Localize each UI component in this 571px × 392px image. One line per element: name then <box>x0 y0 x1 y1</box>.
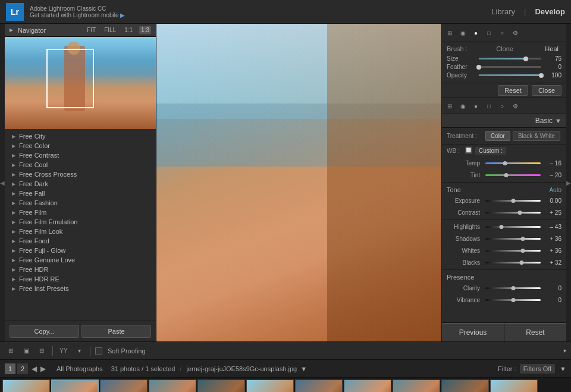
brush-heal-button[interactable]: Heal <box>542 45 561 53</box>
eyedropper-icon[interactable]: 🔲 <box>465 146 473 155</box>
treatment-color-button[interactable]: Color <box>485 131 510 141</box>
square-tool-icon[interactable]: □ <box>484 27 494 38</box>
preset-free-color[interactable]: ▶ Free Color <box>5 141 156 150</box>
nav-fit-button[interactable]: FIT <box>85 26 98 34</box>
preset-free-contrast[interactable]: ▶ Free Contrast <box>5 150 156 160</box>
survey-view-icon[interactable]: ⊟ <box>36 345 48 357</box>
page-2-button[interactable]: 2 <box>17 363 28 374</box>
brush-reset-button[interactable]: Reset <box>498 85 528 96</box>
month-view-icon[interactable]: ▾ <box>73 345 85 357</box>
preset-expand-icon: ▶ <box>12 277 15 282</box>
preset-free-fall[interactable]: ▶ Free Fall <box>5 189 156 198</box>
blacks-slider[interactable] <box>485 262 541 264</box>
filmstrip-next-nav[interactable]: ▶ <box>40 365 46 373</box>
filmstrip-thumb-11[interactable] <box>490 380 538 393</box>
whites-slider-row: Whites + 36 <box>442 246 566 256</box>
preset-free-film[interactable]: ▶ Free Film <box>5 208 156 217</box>
develop-nav[interactable]: Develop <box>535 7 565 16</box>
shadows-slider[interactable] <box>485 238 541 240</box>
temp-value: – 16 <box>542 160 561 167</box>
treatment-bw-button[interactable]: Black & White <box>513 131 560 141</box>
grid-tool-icon[interactable]: ⊞ <box>444 27 455 38</box>
contrast-slider[interactable] <box>485 212 541 214</box>
year-view-icon[interactable]: YY <box>58 345 70 357</box>
brush-size-slider[interactable] <box>479 58 541 59</box>
preset-free-city[interactable]: ▶ Free City <box>5 131 156 141</box>
clarity-slider[interactable] <box>485 287 541 289</box>
preset-free-hdr[interactable]: ▶ Free HDR <box>5 265 156 274</box>
basic-panel-arrow[interactable]: ▼ <box>555 117 561 124</box>
tone-row: Tone Auto <box>442 184 566 194</box>
nav-1-3-button[interactable]: 1:3 <box>139 26 151 34</box>
paste-button[interactable]: Paste <box>81 325 151 338</box>
filmstrip-thumb-1[interactable] <box>2 380 50 393</box>
preset-free-inst-presets[interactable]: ▶ Free Inst Presets <box>5 284 156 293</box>
film-path-arrow[interactable]: ▼ <box>300 365 307 372</box>
preset-list: ▶ Free City ▶ Free Color ▶ Free Contrast… <box>5 129 156 321</box>
filmstrip-thumb-8[interactable] <box>344 380 391 393</box>
nav-1-1-button[interactable]: 1:1 <box>123 26 134 34</box>
tint-slider[interactable] <box>485 174 541 176</box>
toolbar-options-dropdown[interactable]: ▾ <box>563 347 566 354</box>
preset-free-fuji-glow[interactable]: ▶ Free Fuji - Glow <box>5 246 156 255</box>
histogram-tool-icon[interactable]: ◉ <box>457 27 468 38</box>
preset-free-film-emulation[interactable]: ▶ Free Film Emulation <box>5 217 156 227</box>
filter-value-dropdown[interactable]: Filters Off <box>520 364 555 374</box>
circle-outline-icon[interactable]: ○ <box>497 27 507 38</box>
settings2-tool-icon[interactable]: ⚙ <box>510 101 520 111</box>
preset-free-cross-process[interactable]: ▶ Free Cross Process <box>5 170 156 179</box>
filmstrip-thumb-9[interactable] <box>393 380 440 393</box>
filmstrip-thumb-2[interactable] <box>51 380 99 393</box>
filmstrip-thumb-10[interactable] <box>441 380 489 393</box>
filmstrip-thumb-7[interactable] <box>295 380 343 393</box>
circle-tool-icon[interactable]: ● <box>470 27 481 38</box>
grid-view-icon[interactable]: ⊞ <box>5 345 17 357</box>
filmstrip-thumb-5[interactable] <box>197 380 245 393</box>
brush-close-button[interactable]: Close <box>532 85 561 96</box>
circle-outline2-icon[interactable]: ○ <box>497 101 507 111</box>
reset-button[interactable]: Reset <box>504 323 566 341</box>
filmstrip-prev-nav[interactable]: ◀ <box>32 365 37 373</box>
soft-proofing-checkbox[interactable] <box>95 347 102 355</box>
brush-row: Brush : Clone Heal <box>447 45 561 53</box>
vibrance-slider[interactable] <box>485 299 541 301</box>
brush-opacity-slider[interactable] <box>479 74 541 76</box>
library-nav[interactable]: Library <box>491 7 515 16</box>
right-panel-toggle[interactable]: ▶ <box>566 24 571 341</box>
brush-feather-slider[interactable] <box>479 66 541 68</box>
preset-free-film-look[interactable]: ▶ Free Film Look <box>5 227 156 236</box>
compare-view-icon[interactable]: ▣ <box>20 345 32 357</box>
wb-value[interactable]: Custom : <box>475 147 506 155</box>
filled-circle2-icon[interactable]: ● <box>470 101 481 111</box>
filmstrip-thumb-4[interactable] <box>149 380 196 393</box>
contrast-label: Contrast <box>447 209 484 216</box>
highlights-slider[interactable] <box>485 226 541 228</box>
copy-button[interactable]: Copy... <box>10 325 79 338</box>
exposure-slider[interactable] <box>485 200 541 202</box>
nav-fill-button[interactable]: FILL <box>102 26 118 34</box>
filmstrip-thumb-3[interactable] <box>100 380 148 393</box>
filmstrip-thumb-6[interactable] <box>246 380 294 393</box>
preset-free-genuine-love[interactable]: ▶ Free Genuine Love <box>5 255 156 265</box>
brush-clone-button[interactable]: Clone <box>493 45 516 53</box>
grid-tool2-icon[interactable]: ⊞ <box>444 101 455 111</box>
left-panel-toggle[interactable]: ◀ <box>0 24 5 341</box>
brush-size-value: 75 <box>544 55 561 62</box>
auto-tone-button[interactable]: Auto <box>549 187 561 193</box>
preset-free-cool[interactable]: ▶ Free Cool <box>5 160 156 170</box>
settings-tool-icon[interactable]: ⚙ <box>510 27 520 38</box>
page-1-button[interactable]: 1 <box>5 363 15 374</box>
preset-free-food[interactable]: ▶ Free Food <box>5 236 156 246</box>
whites-slider[interactable] <box>485 250 541 252</box>
filter-dropdown-arrow[interactable]: ▼ <box>560 365 566 372</box>
temp-slider[interactable] <box>485 162 541 164</box>
circle2-tool-icon[interactable]: ◉ <box>457 101 468 111</box>
previous-button[interactable]: Previous <box>442 323 504 341</box>
brush-section: Brush : Clone Heal Size 75 Feather 0 <box>442 42 566 83</box>
preset-free-hdr-re[interactable]: ▶ Free HDR RE <box>5 274 156 284</box>
preset-free-fashion[interactable]: ▶ Free Fashion <box>5 198 156 208</box>
square2-tool-icon[interactable]: □ <box>484 101 494 111</box>
preset-free-dark[interactable]: ▶ Free Dark <box>5 179 156 189</box>
preset-expand-icon: ▶ <box>12 172 15 177</box>
navigator-triangle[interactable]: ▶ <box>10 27 13 33</box>
